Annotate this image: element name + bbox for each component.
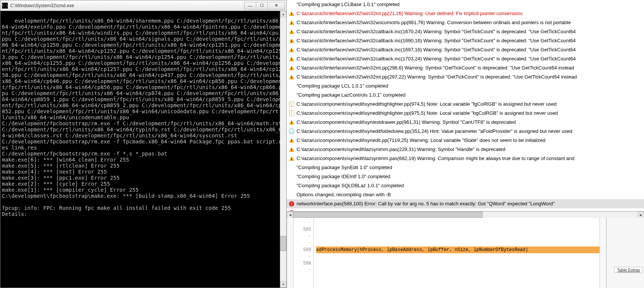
message-row[interactable]: !C:\lazarus\lcl\interfaces\win32\win32in… bbox=[287, 72, 644, 82]
messages-panel[interactable]: "Compiling package LCLBase 1.0.1" comple… bbox=[287, 0, 644, 211]
code-line[interactable] bbox=[316, 260, 599, 267]
message-row[interactable]: !networkInterface.pas(661,108) Error: Ca… bbox=[287, 208, 644, 211]
code-line[interactable] bbox=[316, 226, 599, 233]
message-text: C:\lazarus\components\synedit\syneditfol… bbox=[297, 128, 572, 135]
message-row[interactable]: Options changed, recompiling clean with … bbox=[287, 190, 644, 199]
message-row[interactable]: "Compiling package IDEIntf 1.0" complete… bbox=[287, 172, 644, 181]
minimize-button[interactable]: — bbox=[244, 2, 256, 9]
message-text: C:\lazarus\components\synedit\lazsynimm.… bbox=[297, 155, 575, 162]
cmd-output[interactable]: evelopment/fpc/rtl/units/x86_64-win64/sh… bbox=[0, 11, 286, 288]
message-text: "Compiling package IDEIntf 1.0" complete… bbox=[297, 173, 390, 180]
warning-icon: ! bbox=[289, 120, 294, 125]
scroll-up-icon[interactable]: ▲ bbox=[280, 11, 286, 17]
cmd-icon: C:\ bbox=[2, 3, 8, 9]
message-text: C:\lazarus\lcl\interfaces\win32\win32wsc… bbox=[297, 19, 571, 26]
code-line[interactable] bbox=[316, 253, 599, 260]
message-row[interactable]: !C:\lazarus\lcl\interfaces\win32\win32ca… bbox=[287, 45, 644, 54]
gutter-line: · bbox=[294, 253, 311, 260]
editor-right-marker bbox=[599, 218, 606, 288]
gutter-line: · bbox=[294, 219, 311, 226]
blank-icon bbox=[289, 2, 294, 7]
message-row[interactable]: iC:\lazarus\components\synedit\synedithi… bbox=[287, 109, 644, 118]
blank-icon bbox=[289, 83, 294, 89]
message-row[interactable]: !C:\lazarus\lcl\interfaces\win32\win32in… bbox=[287, 63, 644, 72]
h-scroll-thumb[interactable] bbox=[293, 212, 483, 218]
warning-icon: ! bbox=[289, 29, 294, 34]
gutter-line: · bbox=[294, 267, 311, 274]
message-row[interactable]: "Compiling package LazControls 1.0.1" co… bbox=[287, 91, 644, 100]
cmd-titlebar[interactable]: C:\ C:\Windows\System32\cmd.exe — ☐ ✕ bbox=[0, 0, 286, 11]
extras-panel: Table Extras bbox=[606, 218, 644, 288]
message-text: C:\lazarus\lcl\interfaces\win32\win32cal… bbox=[297, 46, 576, 54]
scroll-thumb[interactable] bbox=[280, 236, 286, 251]
message-text: C:\lazarus\lcl\interfaces\win32\win32int… bbox=[297, 73, 577, 81]
scroll-right-icon[interactable]: ▶ bbox=[638, 212, 644, 218]
warning-icon: ! bbox=[289, 20, 294, 25]
table-extras-tab[interactable]: Table Extras bbox=[614, 267, 642, 273]
warning-icon: ! bbox=[289, 56, 294, 62]
code-line[interactable] bbox=[316, 233, 599, 240]
messages-horizontal-scrollbar[interactable]: ◀ ▶ bbox=[287, 211, 644, 218]
warning-icon: ! bbox=[289, 156, 294, 161]
h-scroll-track[interactable] bbox=[293, 212, 638, 218]
message-text: C:\lazarus\components\synedit\synedit.pp… bbox=[297, 137, 546, 144]
maximize-button[interactable]: ☐ bbox=[256, 2, 268, 9]
gutter-line: 588 bbox=[294, 246, 311, 253]
message-row[interactable]: iC:\lazarus\components\synedit\synedithi… bbox=[287, 100, 644, 109]
warning-icon: ! bbox=[289, 138, 294, 143]
message-row[interactable]: !C:\lazarus\lcl\interfaces\win32\win32ca… bbox=[287, 54, 644, 63]
warning-icon: ! bbox=[289, 47, 294, 52]
message-row[interactable]: "Compiling package LCL 1.0.1" completed bbox=[287, 82, 644, 91]
message-text: C:\lazarus\lcl\interfaces\win32\win32cal… bbox=[297, 28, 576, 35]
warning-icon: ! bbox=[289, 147, 294, 152]
message-row[interactable]: !C:\lazarus\components\synedit\lazsynimm… bbox=[287, 154, 644, 163]
message-text: "Compiling package SQLDBLaz 1.0.1" compl… bbox=[297, 182, 404, 189]
editor-marker-column bbox=[287, 218, 294, 288]
code-line[interactable] bbox=[316, 267, 599, 274]
blank-icon bbox=[289, 174, 294, 179]
cmd-title: C:\Windows\System32\cmd.exe bbox=[10, 3, 244, 8]
scroll-left-icon[interactable]: ◀ bbox=[287, 212, 293, 218]
hint-icon: … bbox=[289, 129, 294, 134]
gutter-line: · bbox=[294, 233, 311, 240]
message-row[interactable]: !C:\lazarus\lcl\interfaces\win32\win32ws… bbox=[287, 18, 644, 27]
message-text: "Compiling package LCL 1.0.1" completed bbox=[297, 82, 388, 90]
blank-icon bbox=[289, 92, 294, 98]
scroll-down-icon[interactable]: ▼ bbox=[280, 281, 286, 288]
message-text: C:\lazarus\components\synedit\synedithig… bbox=[297, 100, 556, 108]
message-row[interactable]: !C:\lazarus\components\synedit\lazsynimm… bbox=[287, 145, 644, 154]
code-line[interactable] bbox=[316, 219, 599, 226]
editor-gutter: ·585··588·590· bbox=[294, 218, 314, 288]
message-row[interactable]: !C:\lazarus\lcl\interfaces\win32\win32in… bbox=[287, 9, 644, 18]
note-icon: i bbox=[289, 102, 294, 107]
message-text: "Compiling package SynEdit 1.0" complete… bbox=[297, 164, 392, 171]
gutter-line: · bbox=[294, 240, 311, 246]
code-line[interactable] bbox=[316, 240, 599, 246]
cmd-output-text: evelopment/fpc/rtl/units/x86_64-win64/sh… bbox=[2, 18, 285, 217]
message-text: C:\lazarus\components\synedit\synedithig… bbox=[297, 109, 558, 117]
message-row[interactable]: !C:\lazarus\components\synedit\synedit.p… bbox=[287, 136, 644, 145]
scroll-track[interactable] bbox=[280, 17, 286, 281]
code-editor[interactable]: ·585··588·590· adProcessMemory(hProcess,… bbox=[287, 218, 644, 288]
message-text: C:\lazarus\lcl\interfaces\win32\win32cal… bbox=[297, 55, 576, 63]
message-row[interactable]: …C:\lazarus\components\synedit\syneditfo… bbox=[287, 127, 644, 136]
message-row[interactable]: !C:\lazarus\lcl\interfaces\win32\win32ca… bbox=[287, 36, 644, 45]
warning-icon: ! bbox=[289, 11, 294, 16]
editor-code[interactable]: adProcessMemory(hProcess, lpBaseAddress,… bbox=[314, 218, 599, 288]
gutter-line: 590 bbox=[294, 260, 311, 267]
message-row[interactable]: "Compiling package LCLBase 1.0.1" comple… bbox=[287, 0, 644, 9]
message-text: Options changed, recompiling clean with … bbox=[297, 191, 391, 199]
error-icon: ! bbox=[289, 201, 294, 206]
close-button[interactable]: ✕ bbox=[267, 2, 285, 9]
message-row[interactable]: !networkInterface.pas(588,100) Error: Ca… bbox=[287, 199, 644, 208]
blank-icon bbox=[289, 183, 294, 188]
message-text: C:\lazarus\lcl\interfaces\win32\win32int… bbox=[297, 10, 523, 17]
code-line[interactable]: adProcessMemory(hProcess, lpBaseAddress,… bbox=[316, 246, 599, 253]
blank-icon bbox=[289, 192, 294, 197]
cmd-vertical-scrollbar[interactable]: ▲ ▼ bbox=[280, 11, 286, 288]
message-row[interactable]: "Compiling package SynEdit 1.0" complete… bbox=[287, 163, 644, 172]
ide-pane: "Compiling package LCLBase 1.0.1" comple… bbox=[287, 0, 644, 288]
message-row[interactable]: !C:\lazarus\lcl\interfaces\win32\win32ca… bbox=[287, 27, 644, 36]
message-row[interactable]: "Compiling package SQLDBLaz 1.0.1" compl… bbox=[287, 181, 644, 190]
message-row[interactable]: !C:\lazarus\components\synedit\syntextdr… bbox=[287, 118, 644, 127]
